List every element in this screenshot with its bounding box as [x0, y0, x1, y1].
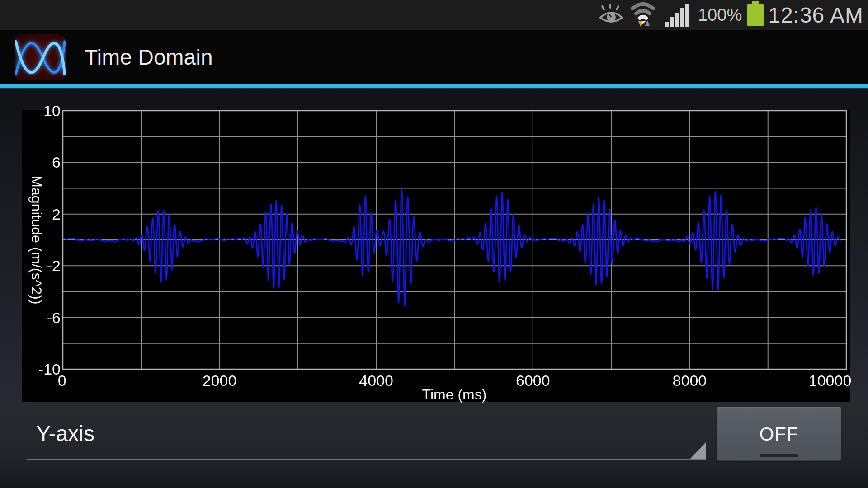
y-tick-label: -6	[24, 309, 61, 326]
x-axis-title: Time (ms)	[422, 386, 487, 403]
x-tick-label: 6000	[516, 372, 550, 389]
action-bar: Time Domain	[0, 30, 868, 84]
x-tick-label: 2000	[203, 372, 237, 389]
accent-divider	[0, 84, 868, 88]
cell-signal-icon	[665, 3, 692, 27]
spinner-underline	[27, 459, 706, 460]
page-title: Time Domain	[85, 45, 213, 70]
toggle-button-label: OFF	[760, 423, 799, 445]
spinner-dropdown-triangle-icon	[690, 442, 706, 459]
y-axis-title: Magnitude (m/(s^2))	[28, 175, 45, 304]
clock-label: 12:36 AM	[768, 3, 863, 28]
app-icon	[15, 34, 66, 80]
x-tick-label: 8000	[673, 372, 707, 389]
spinner-selected-value: Y-axis	[36, 421, 94, 446]
android-screen: 100% 12:36 AM Time Domain 1062-2-6-10 02…	[0, 0, 868, 488]
x-tick-label: 4000	[359, 372, 393, 389]
battery-percent-label: 100%	[698, 5, 742, 25]
smart-stay-eye-icon	[599, 3, 624, 27]
y-tick-label: -10	[24, 361, 61, 378]
plot-onoff-toggle-button[interactable]: OFF	[717, 407, 841, 461]
wifi-icon	[630, 2, 658, 28]
time-domain-plot: 1062-2-6-10 0200040006000800010000 Magni…	[22, 110, 850, 402]
waveform-canvas	[22, 110, 850, 402]
x-tick-label: 10000	[809, 372, 852, 389]
x-tick-label: 0	[58, 372, 66, 389]
y-tick-label: 6	[24, 154, 61, 171]
y-tick-label: 10	[24, 102, 61, 120]
battery-icon	[747, 4, 764, 26]
toggle-state-indicator	[760, 454, 798, 457]
y-axis-spinner[interactable]: Y-axis	[27, 407, 706, 460]
status-bar: 100% 12:36 AM	[0, 0, 868, 30]
